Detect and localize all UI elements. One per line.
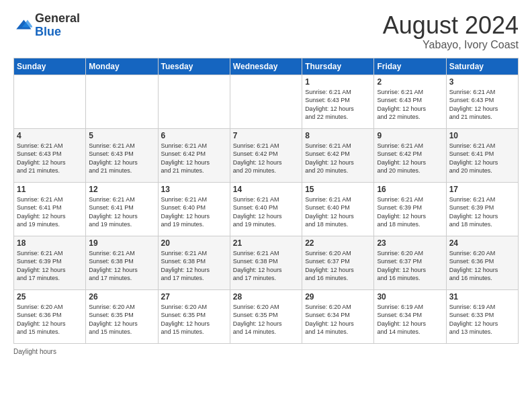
day-info: Sunrise: 6:21 AM Sunset: 6:40 PM Dayligh… xyxy=(161,195,227,229)
day-info: Sunrise: 6:21 AM Sunset: 6:40 PM Dayligh… xyxy=(305,195,371,229)
title-month: August 2024 xyxy=(383,12,519,39)
day-number: 14 xyxy=(233,185,299,194)
day-number: 31 xyxy=(449,292,515,302)
page: General Blue August 2024 Yabayo, Ivory C… xyxy=(0,0,532,411)
calendar-cell-w5-d1: 26Sunrise: 6:20 AM Sunset: 6:35 PM Dayli… xyxy=(86,289,158,343)
day-number: 15 xyxy=(305,185,371,194)
calendar-cell-w2-d5: 9Sunrise: 6:21 AM Sunset: 6:42 PM Daylig… xyxy=(374,128,446,182)
logo-blue: Blue xyxy=(35,25,61,38)
col-tuesday: Tuesday xyxy=(158,58,230,75)
day-info: Sunrise: 6:21 AM Sunset: 6:43 PM Dayligh… xyxy=(305,88,371,122)
daylight-label: Daylight hours xyxy=(13,348,56,355)
day-info: Sunrise: 6:20 AM Sunset: 6:35 PM Dayligh… xyxy=(89,303,154,336)
col-monday: Monday xyxy=(86,58,158,75)
calendar-cell-w4-d1: 19Sunrise: 6:21 AM Sunset: 6:38 PM Dayli… xyxy=(86,236,158,289)
calendar-cell-w2-d2: 6Sunrise: 6:21 AM Sunset: 6:42 PM Daylig… xyxy=(158,128,230,182)
day-info: Sunrise: 6:21 AM Sunset: 6:41 PM Dayligh… xyxy=(449,142,515,175)
day-number: 28 xyxy=(233,292,299,302)
calendar-cell-w4-d4: 22Sunrise: 6:20 AM Sunset: 6:37 PM Dayli… xyxy=(302,236,374,289)
day-info: Sunrise: 6:20 AM Sunset: 6:35 PM Dayligh… xyxy=(161,303,227,336)
logo-general: General xyxy=(35,11,80,25)
calendar-cell-w5-d0: 25Sunrise: 6:20 AM Sunset: 6:36 PM Dayli… xyxy=(14,289,86,343)
week-row-2: 4Sunrise: 6:21 AM Sunset: 6:43 PM Daylig… xyxy=(14,128,519,182)
day-info: Sunrise: 6:21 AM Sunset: 6:41 PM Dayligh… xyxy=(17,195,83,229)
calendar-cell-w4-d5: 23Sunrise: 6:20 AM Sunset: 6:37 PM Dayli… xyxy=(374,236,446,289)
calendar-cell-w2-d3: 7Sunrise: 6:21 AM Sunset: 6:42 PM Daylig… xyxy=(230,128,302,182)
calendar-cell-w1-d2 xyxy=(158,75,230,128)
calendar-cell-w3-d5: 16Sunrise: 6:21 AM Sunset: 6:39 PM Dayli… xyxy=(374,182,446,236)
day-info: Sunrise: 6:20 AM Sunset: 6:36 PM Dayligh… xyxy=(449,249,515,283)
day-number: 21 xyxy=(233,238,299,248)
day-number: 9 xyxy=(377,131,443,140)
logo: General Blue xyxy=(13,12,80,39)
calendar-cell-w2-d0: 4Sunrise: 6:21 AM Sunset: 6:43 PM Daylig… xyxy=(14,128,86,182)
calendar-cell-w2-d6: 10Sunrise: 6:21 AM Sunset: 6:41 PM Dayli… xyxy=(446,128,518,182)
day-info: Sunrise: 6:19 AM Sunset: 6:34 PM Dayligh… xyxy=(377,303,443,336)
day-number: 19 xyxy=(89,238,154,248)
calendar-cell-w1-d3 xyxy=(230,75,302,128)
day-number: 1 xyxy=(305,77,371,87)
calendar-cell-w5-d2: 27Sunrise: 6:20 AM Sunset: 6:35 PM Dayli… xyxy=(158,289,230,343)
calendar-table: Sunday Monday Tuesday Wednesday Thursday… xyxy=(13,58,519,344)
calendar-cell-w1-d6: 3Sunrise: 6:21 AM Sunset: 6:43 PM Daylig… xyxy=(446,75,518,128)
calendar-cell-w3-d4: 15Sunrise: 6:21 AM Sunset: 6:40 PM Dayli… xyxy=(302,182,374,236)
calendar-header-row: Sunday Monday Tuesday Wednesday Thursday… xyxy=(14,58,519,75)
day-info: Sunrise: 6:21 AM Sunset: 6:43 PM Dayligh… xyxy=(17,142,83,175)
col-saturday: Saturday xyxy=(446,58,518,75)
calendar-cell-w4-d3: 21Sunrise: 6:21 AM Sunset: 6:38 PM Dayli… xyxy=(230,236,302,289)
header: General Blue August 2024 Yabayo, Ivory C… xyxy=(13,12,519,51)
calendar-cell-w3-d0: 11Sunrise: 6:21 AM Sunset: 6:41 PM Dayli… xyxy=(14,182,86,236)
week-row-5: 25Sunrise: 6:20 AM Sunset: 6:36 PM Dayli… xyxy=(14,289,519,343)
footer: Daylight hours xyxy=(13,348,519,355)
calendar-cell-w3-d6: 17Sunrise: 6:21 AM Sunset: 6:39 PM Dayli… xyxy=(446,182,518,236)
day-info: Sunrise: 6:21 AM Sunset: 6:43 PM Dayligh… xyxy=(449,88,515,122)
day-info: Sunrise: 6:20 AM Sunset: 6:37 PM Dayligh… xyxy=(305,249,371,283)
calendar-cell-w4-d0: 18Sunrise: 6:21 AM Sunset: 6:39 PM Dayli… xyxy=(14,236,86,289)
day-number: 7 xyxy=(233,131,299,140)
logo-text: General Blue xyxy=(35,12,80,39)
day-number: 2 xyxy=(377,77,443,87)
day-info: Sunrise: 6:21 AM Sunset: 6:38 PM Dayligh… xyxy=(89,249,154,283)
day-number: 8 xyxy=(305,131,371,140)
col-sunday: Sunday xyxy=(14,58,86,75)
calendar-cell-w3-d2: 13Sunrise: 6:21 AM Sunset: 6:40 PM Dayli… xyxy=(158,182,230,236)
day-number: 18 xyxy=(17,238,83,248)
day-info: Sunrise: 6:21 AM Sunset: 6:42 PM Dayligh… xyxy=(161,142,227,175)
day-info: Sunrise: 6:21 AM Sunset: 6:40 PM Dayligh… xyxy=(233,195,299,229)
logo-icon xyxy=(13,16,32,35)
day-info: Sunrise: 6:21 AM Sunset: 6:43 PM Dayligh… xyxy=(377,88,443,122)
day-number: 27 xyxy=(161,292,227,302)
calendar-cell-w5-d6: 31Sunrise: 6:19 AM Sunset: 6:33 PM Dayli… xyxy=(446,289,518,343)
day-number: 29 xyxy=(305,292,371,302)
day-number: 24 xyxy=(449,238,515,248)
calendar-cell-w2-d1: 5Sunrise: 6:21 AM Sunset: 6:43 PM Daylig… xyxy=(86,128,158,182)
day-info: Sunrise: 6:21 AM Sunset: 6:42 PM Dayligh… xyxy=(305,142,371,175)
title-block: August 2024 Yabayo, Ivory Coast xyxy=(383,12,519,51)
day-number: 16 xyxy=(377,185,443,194)
calendar-cell-w3-d3: 14Sunrise: 6:21 AM Sunset: 6:40 PM Dayli… xyxy=(230,182,302,236)
day-info: Sunrise: 6:20 AM Sunset: 6:36 PM Dayligh… xyxy=(17,303,83,336)
calendar-cell-w1-d5: 2Sunrise: 6:21 AM Sunset: 6:43 PM Daylig… xyxy=(374,75,446,128)
day-info: Sunrise: 6:21 AM Sunset: 6:39 PM Dayligh… xyxy=(17,249,83,283)
day-number: 20 xyxy=(161,238,227,248)
day-number: 11 xyxy=(17,185,83,194)
calendar-cell-w4-d6: 24Sunrise: 6:20 AM Sunset: 6:36 PM Dayli… xyxy=(446,236,518,289)
title-location: Yabayo, Ivory Coast xyxy=(383,39,519,51)
day-number: 25 xyxy=(17,292,83,302)
day-number: 6 xyxy=(161,131,227,140)
calendar-cell-w3-d1: 12Sunrise: 6:21 AM Sunset: 6:41 PM Dayli… xyxy=(86,182,158,236)
day-info: Sunrise: 6:20 AM Sunset: 6:37 PM Dayligh… xyxy=(377,249,443,283)
calendar-cell-w1-d0 xyxy=(14,75,86,128)
week-row-1: 1Sunrise: 6:21 AM Sunset: 6:43 PM Daylig… xyxy=(14,75,519,128)
day-info: Sunrise: 6:19 AM Sunset: 6:33 PM Dayligh… xyxy=(449,303,515,336)
day-info: Sunrise: 6:20 AM Sunset: 6:34 PM Dayligh… xyxy=(305,303,371,336)
day-info: Sunrise: 6:21 AM Sunset: 6:39 PM Dayligh… xyxy=(449,195,515,229)
col-thursday: Thursday xyxy=(302,58,374,75)
week-row-3: 11Sunrise: 6:21 AM Sunset: 6:41 PM Dayli… xyxy=(14,182,519,236)
day-info: Sunrise: 6:21 AM Sunset: 6:39 PM Dayligh… xyxy=(377,195,443,229)
calendar-cell-w4-d2: 20Sunrise: 6:21 AM Sunset: 6:38 PM Dayli… xyxy=(158,236,230,289)
day-number: 5 xyxy=(89,131,154,140)
day-number: 13 xyxy=(161,185,227,194)
day-info: Sunrise: 6:20 AM Sunset: 6:35 PM Dayligh… xyxy=(233,303,299,336)
day-number: 12 xyxy=(89,185,154,194)
